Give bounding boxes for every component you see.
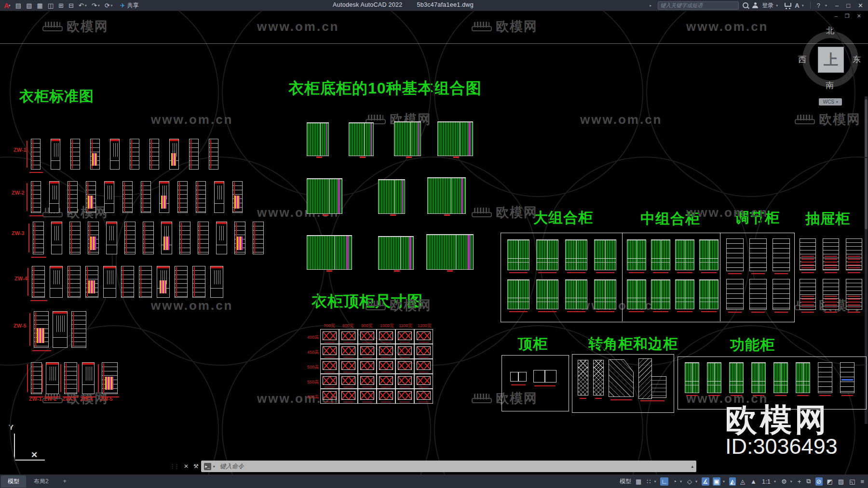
undo-icon[interactable]: ↶: [79, 2, 84, 9]
search-input[interactable]: [658, 1, 739, 10]
annotation-visibility-icon[interactable]: ◭: [729, 477, 736, 486]
window-minimize-button[interactable]: –: [835, 2, 839, 9]
annotation-monitor-icon[interactable]: +: [797, 477, 802, 486]
workspace-switch-icon[interactable]: ⟳: [105, 2, 110, 9]
wardrobe-cabinet-drawing: [214, 181, 224, 213]
plot-icon[interactable]: ⊞: [58, 2, 64, 9]
undo-icon-dropdown[interactable]: ▾: [85, 3, 87, 8]
number-label-mark: [538, 272, 556, 273]
dimension-line: [31, 257, 46, 258]
floating-window-icon[interactable]: ◱: [848, 477, 856, 486]
isodraft-icon-dropdown[interactable]: ▾: [694, 479, 698, 484]
open-folder-icon[interactable]: ▧: [26, 2, 32, 9]
cabinet-label: ZW-3: [62, 396, 75, 402]
app-menu-dropdown-icon[interactable]: ▾: [9, 3, 11, 8]
cabinet-drawing: [800, 238, 816, 270]
document-window-controls[interactable]: – ❐ ✕: [835, 13, 864, 19]
wardrobe-cabinet-drawing: [32, 266, 45, 298]
recent-commands-dropdown-icon[interactable]: ▾: [213, 464, 215, 469]
wardrobe-cabinet-drawing: [209, 139, 218, 170]
new-file-icon[interactable]: ▤: [15, 2, 21, 9]
wardrobe-cabinet-drawing: [102, 362, 118, 394]
number-label-mark: [567, 272, 585, 273]
tab-model[interactable]: 模型: [1, 475, 26, 488]
customization-menu-icon[interactable]: ≡: [859, 477, 865, 486]
ortho-mode-icon[interactable]: ∟: [660, 477, 668, 486]
grid-display-icon[interactable]: ▦: [635, 477, 642, 486]
number-label-mark: [580, 398, 586, 399]
clean-screen-icon[interactable]: ⧉: [805, 477, 812, 486]
combo-cabinet-drawing: [427, 177, 466, 214]
user-avatar-icon[interactable]: [752, 2, 758, 8]
share-button[interactable]: 共享: [127, 1, 139, 10]
search-icon[interactable]: [743, 2, 748, 8]
wardrobe-cabinet-drawing: [161, 222, 172, 254]
window-maximize-button[interactable]: □: [846, 2, 850, 9]
save-icon[interactable]: ▦: [37, 2, 42, 9]
object-snap-icon[interactable]: ▣: [713, 477, 720, 486]
search-expand-icon[interactable]: ▸: [650, 3, 651, 8]
cabinet-label: ZW-5: [100, 396, 113, 402]
snap-mode-icon-dropdown[interactable]: ▾: [653, 479, 657, 484]
redo-icon[interactable]: ↷: [92, 2, 97, 9]
command-line-grip[interactable]: ⋮⋮: [170, 463, 178, 470]
tab-layout2[interactable]: 布局2: [27, 475, 55, 488]
wardrobe-cabinet-drawing: [31, 139, 41, 170]
isodraft-icon[interactable]: ◇: [686, 477, 693, 486]
save-as-icon[interactable]: ◫: [48, 2, 54, 9]
window-close-button[interactable]: ✕: [858, 2, 863, 9]
signin-button[interactable]: 登录: [762, 1, 773, 10]
annotation-autoscale-icon[interactable]: ◬: [739, 477, 746, 486]
size-cell-drawing: [395, 359, 414, 374]
dimension-line: [98, 364, 99, 392]
snap-mode-icon[interactable]: ∷: [646, 477, 651, 486]
wardrobe-cabinet-drawing: [159, 181, 169, 213]
titlebar-right-controls: ▸ 登录 ▾ A ▾ ? ▾ – □ ✕: [651, 0, 865, 11]
cabinet-drawing: [627, 279, 646, 309]
wardrobe-cabinet-drawing: [31, 362, 42, 394]
scale-button-dropdown[interactable]: ▾: [773, 479, 777, 484]
signin-dropdown-icon[interactable]: ▾: [776, 3, 778, 8]
command-line-close-icon[interactable]: ✕: [184, 463, 189, 470]
scale-button[interactable]: 1:1: [761, 477, 772, 486]
number-label-mark: [774, 273, 788, 274]
cabinet-drawing: [773, 238, 790, 271]
workspace-gear-icon-dropdown[interactable]: ▾: [789, 479, 793, 484]
drawing-canvas[interactable]: 衣柜标准图 衣柜底柜的10种基本组合图 衣柜顶柜尺寸图 大组合柜 中组合柜 调节…: [0, 11, 868, 475]
cabinet-drawing: [565, 279, 587, 309]
annotation-scale-icon[interactable]: ▲: [749, 477, 758, 486]
autodesk-app-dropdown-icon[interactable]: ▾: [802, 3, 804, 8]
size-cell-drawing: [395, 374, 414, 389]
isolate-objects-icon[interactable]: ⊘: [815, 477, 823, 486]
wardrobe-cabinet-drawing: [198, 222, 209, 254]
viewcube-east-label[interactable]: 东: [853, 54, 861, 65]
share-plane-icon[interactable]: ✈: [120, 2, 125, 9]
hardware-acceleration-icon[interactable]: ▨: [837, 477, 845, 486]
print-icon[interactable]: ⊟: [68, 2, 74, 9]
cabinet-drawing: [749, 279, 767, 310]
wardrobe-cabinet-drawing: [34, 311, 49, 348]
graphics-performance-icon[interactable]: ◩: [826, 477, 834, 486]
command-line-customize-icon[interactable]: ⚒: [193, 463, 199, 470]
object-snap-tracking-icon[interactable]: ∡: [702, 477, 709, 486]
tab-add-layout[interactable]: +: [56, 476, 73, 487]
help-dropdown-icon[interactable]: ▾: [825, 3, 827, 8]
workspace-gear-icon[interactable]: ⚙: [780, 477, 788, 486]
workspace-switch-icon-dropdown[interactable]: ▾: [111, 3, 113, 8]
autodesk-app-icon[interactable]: A: [795, 2, 799, 9]
polar-tracking-icon-dropdown[interactable]: ▾: [679, 479, 683, 484]
command-line-bar: ⋮⋮ ✕ ⚒ ▸_ ▾ 键入命令 ▴: [170, 460, 696, 473]
model-space-button[interactable]: 模型: [620, 477, 631, 486]
polar-tracking-icon[interactable]: ◔: [672, 477, 678, 486]
object-snap-icon-dropdown[interactable]: ▾: [722, 479, 726, 484]
help-icon[interactable]: ?: [817, 2, 820, 9]
wardrobe-cabinet-drawing: [46, 362, 59, 394]
command-input[interactable]: ▸_ ▾ 键入命令 ▴: [201, 461, 696, 472]
size-cell-drawing: [414, 329, 433, 344]
command-line-expand-icon[interactable]: ▴: [691, 464, 693, 469]
redo-icon-dropdown[interactable]: ▾: [98, 3, 100, 8]
size-column-header: 700宽: [324, 323, 335, 329]
number-label-mark: [825, 272, 837, 273]
cart-icon[interactable]: [784, 2, 791, 8]
cabinet-drawing: [800, 279, 816, 310]
